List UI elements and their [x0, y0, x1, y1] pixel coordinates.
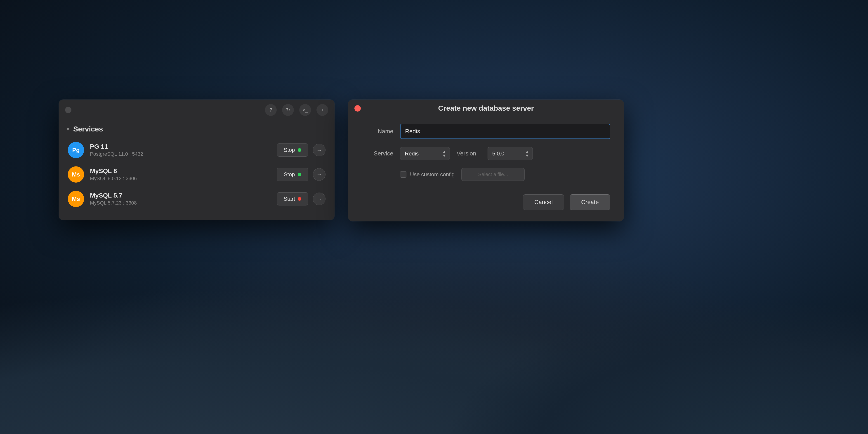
- status-dot-stopped: [298, 197, 301, 201]
- avatar: Pg: [68, 142, 84, 158]
- services-header: ▼ Services: [66, 123, 328, 138]
- version-label: Version: [457, 150, 476, 157]
- service-actions: Start →: [277, 192, 326, 205]
- service-row: Pg PG 11 PostgreSQL 11.0 : 5432 Stop →: [66, 138, 328, 162]
- version-select-wrapper: 5.0.0 4.0.0 3.2.0 ▲▼: [488, 147, 533, 160]
- stop-label: Stop: [284, 147, 295, 153]
- service-version-row: Service Redis PostgreSQL MySQL ▲▼ Versio…: [362, 147, 610, 160]
- terminal-icon: >_: [302, 107, 308, 113]
- start-button-mysql57[interactable]: Start: [277, 192, 308, 205]
- chevron-down-icon: ▼: [66, 126, 70, 132]
- help-icon: ?: [270, 107, 272, 113]
- service-actions: Stop →: [277, 168, 326, 181]
- service-info: PG 11 PostgreSQL 11.0 : 5432: [90, 143, 277, 157]
- start-label: Start: [284, 196, 295, 202]
- status-dot-running: [298, 148, 301, 152]
- services-titlebar: ? ↻ >_ +: [59, 99, 335, 120]
- service-info: MySQL 5.7 MySQL 5.7.23 : 3308: [90, 192, 277, 206]
- service-version-group: Redis PostgreSQL MySQL ▲▼ Version 5.0.0 …: [400, 147, 610, 160]
- dialog-titlebar: Create new database server: [348, 99, 624, 117]
- terminal-button[interactable]: >_: [299, 104, 311, 116]
- stop-button-pg11[interactable]: Stop: [277, 143, 308, 156]
- service-actions: Stop →: [277, 143, 326, 156]
- traffic-light-placeholder: [65, 107, 71, 113]
- avatar: Ms: [68, 191, 84, 207]
- services-title: Services: [73, 125, 103, 133]
- arrow-right-icon: →: [316, 147, 322, 153]
- service-name: MySQL 5.7: [90, 192, 277, 199]
- service-info: MySQL 8 MySQL 8.0.12 : 3306: [90, 168, 277, 181]
- service-row: Ms MySQL 8 MySQL 8.0.12 : 3306 Stop →: [66, 162, 328, 187]
- name-input[interactable]: [400, 124, 610, 139]
- stop-label: Stop: [284, 171, 295, 178]
- file-select-label: Select a file...: [478, 172, 508, 177]
- navigate-button-pg11[interactable]: →: [313, 144, 326, 156]
- refresh-button[interactable]: ↻: [282, 104, 294, 116]
- avatar: Ms: [68, 166, 84, 183]
- custom-config-checkbox[interactable]: [400, 171, 406, 178]
- services-window: ? ↻ >_ + ▼ Services Pg PG 11 Post: [59, 99, 335, 220]
- service-name: PG 11: [90, 143, 277, 150]
- refresh-icon: ↻: [286, 107, 290, 113]
- service-detail: MySQL 5.7.23 : 3308: [90, 200, 277, 206]
- service-row: Ms MySQL 5.7 MySQL 5.7.23 : 3308 Start →: [66, 187, 328, 211]
- status-dot-running: [298, 173, 301, 176]
- navigate-button-mysql8[interactable]: →: [313, 168, 326, 181]
- name-label: Name: [362, 128, 393, 135]
- add-service-button[interactable]: +: [316, 104, 328, 116]
- create-button[interactable]: Create: [569, 194, 610, 210]
- file-select-button[interactable]: Select a file...: [461, 168, 525, 181]
- custom-config-row: Use custom config Select a file...: [362, 168, 610, 181]
- service-name: MySQL 8: [90, 168, 277, 175]
- dialog-title: Create new database server: [361, 104, 611, 112]
- service-select[interactable]: Redis PostgreSQL MySQL: [400, 147, 450, 160]
- help-button[interactable]: ?: [265, 104, 277, 116]
- dialog-actions: Cancel Create: [362, 192, 610, 210]
- stop-button-mysql8[interactable]: Stop: [277, 168, 308, 181]
- services-body: ▼ Services Pg PG 11 PostgreSQL 11.0 : 54…: [59, 120, 335, 220]
- custom-config-checkbox-wrapper[interactable]: Use custom config: [400, 171, 455, 178]
- service-label: Service: [362, 150, 393, 157]
- arrow-right-icon: →: [316, 196, 322, 202]
- cancel-button[interactable]: Cancel: [523, 194, 564, 210]
- arrow-right-icon: →: [316, 171, 322, 178]
- close-button[interactable]: [354, 105, 361, 112]
- custom-config-label: Use custom config: [410, 171, 455, 178]
- navigate-button-mysql57[interactable]: →: [313, 193, 326, 205]
- service-select-wrapper: Redis PostgreSQL MySQL ▲▼: [400, 147, 450, 160]
- service-detail: PostgreSQL 11.0 : 5432: [90, 151, 277, 157]
- window-container: ? ↻ >_ + ▼ Services Pg PG 11 Post: [59, 99, 624, 221]
- name-row: Name: [362, 124, 610, 139]
- create-database-dialog: Create new database server Name Service …: [348, 99, 624, 221]
- add-icon: +: [321, 107, 324, 113]
- version-select[interactable]: 5.0.0 4.0.0 3.2.0: [488, 147, 533, 160]
- service-detail: MySQL 8.0.12 : 3306: [90, 176, 277, 181]
- dialog-body: Name Service Redis PostgreSQL MySQL ▲▼: [348, 117, 624, 221]
